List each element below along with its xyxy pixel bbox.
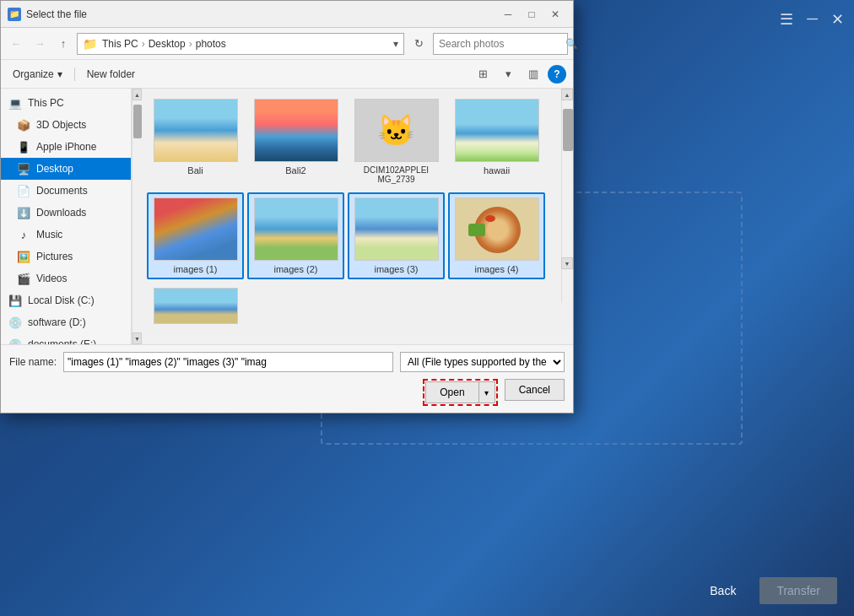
pictures-icon: 🖼️ <box>16 249 31 264</box>
file-thumbnail-bali2 <box>254 99 338 162</box>
file-label-bali: Bali <box>187 165 203 176</box>
sidebar-item-downloads[interactable]: ⬇️ Downloads <box>1 202 131 224</box>
sidebar-item-this-pc[interactable]: 💻 This PC <box>1 92 131 114</box>
file-item-bali[interactable]: Bali <box>147 94 244 189</box>
organize-button[interactable]: Organize ▾ <box>8 67 68 82</box>
sidebar-item-3d-objects[interactable]: 📦 3D Objects <box>1 114 131 136</box>
search-box: 🔍 <box>433 33 568 55</box>
sidebar-item-pictures[interactable]: 🖼️ Pictures <box>1 246 131 267</box>
view-icon-button[interactable]: ⊞ <box>472 63 494 85</box>
dialog-close-button[interactable]: ✕ <box>544 3 566 25</box>
file-thumbnail-hawaii <box>455 99 539 162</box>
title-bar: 📁 Select the file ─ □ ✕ <box>1 1 573 28</box>
file-type-select[interactable]: All (File types supported by the <box>400 352 565 372</box>
grid-scroll-top-area: ▲ ▼ <box>561 89 573 303</box>
open-button[interactable]: Open <box>425 381 478 403</box>
nav-up-button[interactable]: ↑ <box>53 34 73 54</box>
transfer-button[interactable]: Transfer <box>759 577 837 604</box>
file-item-images3[interactable]: images (3) <box>348 192 445 279</box>
sidebar-item-music[interactable]: ♪ Music <box>1 224 131 246</box>
search-icon[interactable]: 🔍 <box>565 38 578 50</box>
file-item-dcim[interactable]: 🐱 DCIM102APPLEIMG_2739 <box>348 94 445 189</box>
sidebar-item-documents-e[interactable]: 💿 documents (E:) <box>1 333 131 344</box>
file-actions-row: Open ▾ Cancel <box>9 379 565 406</box>
sidebar-scrollbar[interactable]: ▲ ▼ <box>132 89 142 344</box>
dialog-maximize-button[interactable]: □ <box>521 3 543 25</box>
nav-back-button[interactable]: ← <box>6 34 26 54</box>
sidebar-label-apple-iphone: Apple iPhone <box>36 141 96 153</box>
file-name-row: File name: All (File types supported by … <box>9 352 565 372</box>
sidebar-scroll-down[interactable]: ▼ <box>132 332 142 344</box>
documents-e-icon: 💿 <box>8 337 23 344</box>
view-dropdown-button[interactable]: ▾ <box>497 63 519 85</box>
file-item-images2[interactable]: images (2) <box>247 192 344 279</box>
dialog-minimize-button[interactable]: ─ <box>497 3 519 25</box>
videos-icon: 🎬 <box>16 271 31 286</box>
sidebar-item-documents[interactable]: 📄 Documents <box>1 180 131 202</box>
organize-arrow: ▾ <box>57 68 62 80</box>
sidebar-label-local-disk-c: Local Disk (C:) <box>28 294 95 306</box>
file-item-hawaii[interactable]: hawaii <box>448 94 545 189</box>
sidebar-item-local-disk-c[interactable]: 💾 Local Disk (C:) <box>1 289 131 311</box>
sidebar-scroll-up[interactable]: ▲ <box>132 89 142 100</box>
apple-iphone-icon: 📱 <box>16 139 31 154</box>
file-item-partial[interactable] <box>147 283 244 329</box>
taskbar-controls: ☰ ─ ✕ <box>780 10 844 29</box>
help-button[interactable]: ? <box>548 65 566 84</box>
toolbar-separator <box>74 68 75 81</box>
nav-forward-button[interactable]: → <box>30 34 50 54</box>
sidebar-item-software-d[interactable]: 💿 software (D:) <box>1 311 131 333</box>
file-thumbnail-images1 <box>154 197 238 261</box>
file-grid-container: ▲ ▼ Bali Bali2 <box>142 89 573 344</box>
file-label-images2: images (2) <box>274 264 318 274</box>
sidebar-label-software-d: software (D:) <box>28 316 86 328</box>
organize-label: Organize <box>13 68 54 80</box>
address-path[interactable]: 📁 This PC › Desktop › photos ▾ <box>77 33 404 55</box>
sidebar-item-desktop[interactable]: 🖥️ Desktop <box>1 158 131 180</box>
3d-objects-icon: 📦 <box>16 117 31 132</box>
search-input[interactable] <box>439 38 565 50</box>
file-grid: Bali Bali2 🐱 DCIM102APPLEIMG_2739 <box>142 89 573 334</box>
open-dropdown-button[interactable]: ▾ <box>478 381 495 403</box>
file-grid-row-2: images (1) images (2) images (3) <box>147 192 556 279</box>
path-dropdown-icon[interactable]: ▾ <box>393 38 398 50</box>
new-folder-button[interactable]: New folder <box>82 67 140 82</box>
sidebar-scroll-track <box>132 100 142 332</box>
refresh-button[interactable]: ↻ <box>408 33 430 55</box>
grid-scroll-thumb <box>563 109 573 151</box>
sidebar-item-apple-iphone[interactable]: 📱 Apple iPhone <box>1 136 131 158</box>
back-button[interactable]: Back <box>696 577 749 604</box>
toolbar-right: ⊞ ▾ ▥ ? <box>472 63 566 85</box>
file-label-images4: images (4) <box>475 264 519 274</box>
file-item-bali2[interactable]: Bali2 <box>247 94 344 189</box>
sidebar-label-documents: Documents <box>36 185 88 197</box>
grid-scroll-down[interactable]: ▼ <box>561 257 573 269</box>
file-thumbnail-images4 <box>455 197 539 261</box>
sidebar-label-documents-e: documents (E:) <box>28 338 96 344</box>
sidebar-label-videos: Videos <box>36 273 67 284</box>
sidebar-label-music: Music <box>36 229 62 240</box>
file-item-images1[interactable]: images (1) <box>147 192 244 279</box>
grid-scroll-up[interactable]: ▲ <box>561 89 573 100</box>
dialog-title-icon: 📁 <box>8 8 21 21</box>
file-name-label: File name: <box>9 356 57 368</box>
sidebar-label-3d-objects: 3D Objects <box>36 119 86 131</box>
file-thumbnail-images2 <box>254 197 338 261</box>
file-thumbnail-dcim: 🐱 <box>354 99 439 162</box>
cancel-button[interactable]: Cancel <box>505 379 565 401</box>
pane-button[interactable]: ▥ <box>522 63 544 85</box>
file-item-images4[interactable]: images (4) <box>448 192 545 279</box>
minimize-icon[interactable]: ─ <box>807 10 818 29</box>
music-icon: ♪ <box>16 227 31 242</box>
bottom-bar: Back Transfer <box>0 565 854 616</box>
local-disk-c-icon: 💾 <box>8 293 23 308</box>
close-icon[interactable]: ✕ <box>831 10 844 29</box>
menu-icon[interactable]: ☰ <box>780 10 793 29</box>
file-label-images3: images (3) <box>375 264 419 274</box>
path-folder-icon: 📁 <box>83 37 97 51</box>
file-name-input[interactable] <box>63 352 393 372</box>
sidebar: 💻 This PC 📦 3D Objects 📱 Apple iPhone 🖥️… <box>1 89 132 344</box>
sidebar-item-videos[interactable]: 🎬 Videos <box>1 267 131 289</box>
dialog-title: Select the file <box>26 8 497 20</box>
grid-scroll-track <box>561 100 573 303</box>
